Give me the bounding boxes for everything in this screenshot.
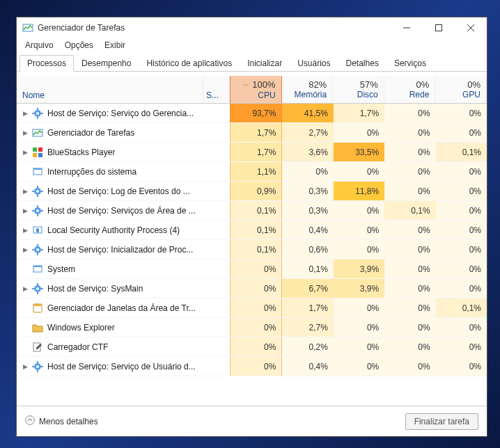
table-row[interactable]: ▶BlueStacks Player1,7%3,6%33,5%0%0,1% [17,143,487,162]
expand-icon[interactable]: ▶ [21,285,29,292]
column-gpu[interactable]: 0% GPU [435,76,487,103]
cpu-cell: 0% [230,279,282,298]
gpu-cell: 0% [436,357,487,376]
disk-total: 57% [360,79,378,90]
process-name-cell: ▶Host de Serviço: Serviços de Área de ..… [17,205,203,216]
disk-cell: 0% [334,201,384,220]
gpu-cell: 0,1% [436,143,487,161]
mem-label: Memória [295,90,327,99]
column-memory[interactable]: 82% Memória [282,76,334,103]
mem-total: 82% [308,79,327,90]
pen-icon [32,342,43,353]
table-row[interactable]: ▶Host de Serviço: SysMain0%6,7%3,9%0%0% [17,279,487,298]
table-row[interactable]: Carregador CTF0%0,2%0%0%0% [17,337,487,357]
titlebar[interactable]: Gerenciador de Tarefas [17,17,487,38]
net-cell: 0,1% [384,201,435,220]
gpu-cell: 0% [436,337,487,356]
expand-icon[interactable]: ▶ [21,110,29,117]
mem-cell: 1,7% [282,298,333,317]
svg-rect-51 [37,370,38,372]
svg-rect-26 [37,205,38,207]
table-row[interactable]: System0%0,1%3,9%0%0% [17,259,487,279]
tab-processes[interactable]: Processos [19,55,74,72]
column-status[interactable]: S... [203,76,230,103]
minimize-button[interactable] [391,17,423,38]
column-network[interactable]: 0% Rede [384,76,436,103]
mem-cell: 41,5% [282,104,333,122]
expand-icon[interactable]: ▶ [21,227,29,234]
table-body[interactable]: ▶Host de Serviço: Serviço do Gerencia...… [17,104,487,406]
svg-point-25 [36,209,39,212]
net-cell: 0% [384,162,435,181]
close-button[interactable] [455,17,487,38]
mem-cell: 0,1% [282,259,333,278]
table-row[interactable]: ▶Gerenciador de Tarefas1,7%2,7%0%0%0% [17,123,487,143]
menu-view[interactable]: Exibir [99,39,131,51]
cpu-cell: 0% [230,337,282,356]
disk-label: Disco [357,90,378,99]
mem-cell: 0,6% [282,240,333,259]
maximize-button[interactable] [423,17,455,38]
mem-cell: 0,3% [282,201,333,220]
disk-cell: 0% [334,123,384,142]
fewer-details-button[interactable]: Menos detalhes [25,415,98,427]
table-row[interactable]: ▶Host de Serviço: Serviço do Gerencia...… [17,104,487,123]
column-disk[interactable]: 57% Disco [333,76,384,103]
content: Nome S... ﹀100% CPU 82% Memória 57% Disc… [17,72,487,406]
expand-icon[interactable]: ▶ [21,207,29,214]
mem-cell: 0,4% [282,221,333,239]
table-row[interactable]: Windows Explorer0%2,7%0%0%0% [17,318,487,337]
svg-point-54 [26,416,35,425]
explorer-icon [32,322,43,333]
tab-users[interactable]: Usuários [290,55,338,72]
expand-icon[interactable]: ▶ [21,149,29,156]
process-name: Windows Explorer [47,323,115,333]
win-icon [32,303,43,314]
process-name-cell: Windows Explorer [17,322,203,333]
tab-app-history[interactable]: Histórico de aplicativos [139,55,240,72]
svg-rect-27 [37,214,38,216]
expand-icon[interactable]: ▶ [21,188,29,195]
gpu-cell: 0% [436,104,487,122]
column-name-label: Nome [22,90,45,100]
process-name: BlueStacks Player [47,147,115,157]
table-row[interactable]: ▶Local Security Authority Process (4)0,1… [17,221,487,240]
menu-options[interactable]: Opções [59,39,99,51]
expand-icon[interactable]: ▶ [21,129,29,136]
end-task-button[interactable]: Finalizar tarefa [405,413,478,430]
disk-cell: 1,7% [334,104,384,122]
window-title: Gerenciador de Tarefas [38,23,391,33]
table-row[interactable]: ▶Host de Serviço: Serviço de Usuário d..… [17,357,487,376]
tab-performance[interactable]: Desempenho [74,55,139,72]
table-row[interactable]: Interrupções do sistema1,1%0%0%0%0% [17,162,487,182]
svg-rect-46 [33,304,42,306]
cpu-cell: 1,7% [230,143,282,161]
gpu-cell: 0% [436,318,487,337]
cpu-cell: 93,7% [230,104,282,122]
net-cell: 0% [384,240,435,259]
table-row[interactable]: ▶Host de Serviço: Serviços de Área de ..… [17,201,487,221]
expand-icon[interactable]: ▶ [21,246,29,253]
disk-cell: 0% [334,240,384,259]
table-row[interactable]: ▶Host de Serviço: Log de Eventos do ...0… [17,182,487,201]
gpu-label: GPU [462,90,481,99]
cpu-cell: 0,1% [230,221,282,239]
process-name-cell: ▶Host de Serviço: SysMain [17,283,203,294]
process-name-cell: ▶Host de Serviço: Inicializador de Proc.… [17,244,203,255]
table-row[interactable]: ▶Host de Serviço: Inicializador de Proc.… [17,240,487,259]
process-name: Interrupções do sistema [47,167,136,177]
table-row[interactable]: Gerenciador de Janelas da Área de Tr...0… [17,298,487,318]
tab-services[interactable]: Serviços [386,55,434,72]
net-total: 0% [416,79,430,90]
tab-details[interactable]: Detalhes [338,55,386,72]
column-cpu[interactable]: ﹀100% CPU [230,76,282,103]
tab-startup[interactable]: Inicializar [240,55,290,72]
menu-file[interactable]: Arquivo [19,39,59,51]
svg-rect-35 [32,249,34,250]
gear-icon [32,283,43,294]
mem-cell: 0,3% [282,182,333,200]
process-table: Nome S... ﹀100% CPU 82% Memória 57% Disc… [17,76,487,406]
column-name[interactable]: Nome [17,76,203,103]
expand-icon[interactable]: ▶ [21,363,29,370]
mem-cell: 0,2% [282,337,333,356]
